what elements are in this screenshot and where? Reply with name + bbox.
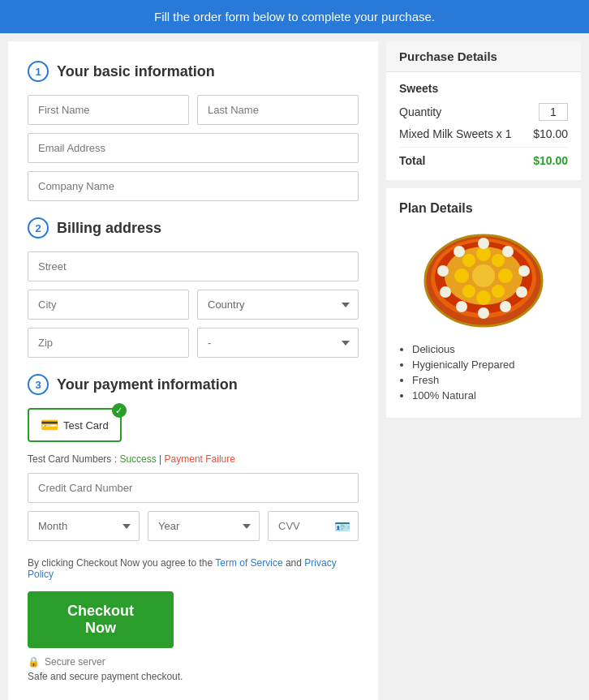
svg-point-13: [478, 238, 489, 249]
step1-title: Your basic information: [57, 63, 215, 80]
step2-title: Billing address: [57, 220, 161, 237]
step3-header: 3 Your payment information: [28, 374, 359, 395]
svg-point-21: [437, 265, 449, 277]
svg-point-6: [476, 290, 491, 305]
feature-item: 100% Natural: [412, 389, 568, 402]
svg-point-9: [462, 254, 475, 267]
svg-point-19: [456, 301, 467, 312]
step1-circle: 1: [28, 61, 49, 82]
item-label: Mixed Milk Sweets x 1: [399, 127, 511, 140]
purchase-details-card: Purchase Details Sweets Quantity 1 Mixed…: [386, 41, 581, 180]
checkout-button[interactable]: Checkout Now: [28, 591, 174, 648]
top-banner: Fill the order form below to complete yo…: [0, 0, 589, 33]
success-link[interactable]: Success: [119, 453, 156, 465]
step1-section: 1 Your basic information: [28, 61, 359, 201]
company-row: [28, 171, 359, 201]
step3-title: Your payment information: [57, 376, 238, 393]
plan-image-container: [399, 225, 568, 333]
right-panel: Purchase Details Sweets Quantity 1 Mixed…: [378, 33, 589, 700]
item-price: $10.00: [533, 127, 568, 140]
quantity-value[interactable]: 1: [539, 103, 568, 121]
step3-circle: 3: [28, 374, 49, 395]
quantity-label: Quantity: [399, 105, 441, 118]
zip-input[interactable]: [28, 328, 189, 358]
purchase-details-title: Purchase Details: [386, 41, 581, 72]
svg-point-15: [518, 265, 530, 277]
total-label: Total: [399, 154, 425, 167]
quantity-row: Quantity 1: [399, 103, 568, 121]
year-select[interactable]: Year 2024202520262027: [148, 511, 260, 541]
svg-point-7: [454, 268, 469, 283]
total-value: $10.00: [533, 154, 568, 167]
category-label: Sweets: [399, 82, 568, 95]
feature-item: Hygienically Prepared: [412, 359, 568, 371]
test-card-option[interactable]: 💳 Test Card ✓: [28, 408, 122, 442]
svg-point-4: [472, 264, 495, 287]
terms-prefix: By clicking Checkout Now you agree to th…: [28, 557, 215, 569]
svg-point-8: [498, 268, 513, 283]
step2-header: 2 Billing address: [28, 217, 359, 238]
plan-details-card: Plan Details: [386, 188, 581, 418]
last-name-input[interactable]: [197, 95, 359, 125]
lock-icon: 🔒: [28, 656, 40, 668]
month-select[interactable]: Month 01020304 05060708 09101112: [28, 511, 140, 541]
cvv-wrapper: 🪪: [268, 511, 359, 541]
total-row: Total $10.00: [399, 147, 568, 167]
cvv-card-icon: 🪪: [334, 518, 350, 534]
email-input[interactable]: [28, 133, 359, 163]
zip-state-row: -: [28, 328, 359, 358]
tos-link[interactable]: Term of Service: [215, 557, 282, 569]
terms-and: and: [286, 557, 304, 569]
svg-point-20: [440, 286, 451, 298]
test-card-info: Test Card Numbers : Success | Payment Fa…: [28, 453, 359, 465]
name-row: [28, 95, 359, 125]
city-input[interactable]: [28, 290, 189, 320]
banner-text: Fill the order form below to complete yo…: [154, 10, 435, 24]
plan-features: DeliciousHygienically PreparedFresh100% …: [399, 343, 568, 402]
step3-section: 3 Your payment information 💳 Test Card ✓…: [28, 374, 359, 541]
company-input[interactable]: [28, 171, 359, 201]
test-card-label: Test Card Numbers :: [28, 453, 117, 465]
street-row: [28, 251, 359, 281]
terms-section: By clicking Checkout Now you agree to th…: [28, 557, 359, 580]
svg-point-17: [500, 301, 511, 312]
svg-point-16: [516, 286, 527, 298]
svg-point-22: [454, 246, 465, 257]
checkout-form: 1 Your basic information 2 Billing addre…: [8, 41, 378, 700]
feature-item: Fresh: [412, 374, 568, 386]
state-select[interactable]: -: [197, 328, 359, 358]
plan-details-title: Plan Details: [399, 201, 568, 216]
card-label: Test Card: [63, 419, 109, 432]
feature-item: Delicious: [412, 343, 568, 355]
card-selected-check: ✓: [112, 403, 127, 418]
expiry-cvv-row: Month 01020304 05060708 09101112 Year 20…: [28, 511, 359, 541]
secure-label: Secure server: [45, 656, 105, 668]
step2-section: 2 Billing address Country -: [28, 217, 359, 358]
card-icon: 💳: [41, 416, 58, 434]
svg-point-14: [502, 246, 514, 257]
cc-number-input[interactable]: [28, 473, 359, 503]
email-row: [28, 133, 359, 163]
step1-header: 1 Your basic information: [28, 61, 359, 82]
svg-point-12: [492, 285, 505, 298]
svg-point-11: [462, 285, 475, 298]
svg-point-18: [478, 307, 489, 319]
plan-image: [419, 225, 548, 331]
first-name-input[interactable]: [28, 95, 189, 125]
street-input[interactable]: [28, 251, 359, 281]
svg-point-10: [492, 254, 505, 267]
safe-text: Safe and secure payment checkout.: [28, 671, 359, 682]
cc-number-row: [28, 473, 359, 503]
failure-link[interactable]: Payment Failure: [165, 453, 235, 465]
city-country-row: Country: [28, 290, 359, 320]
secure-server-row: 🔒 Secure server: [28, 656, 359, 668]
step2-circle: 2: [28, 217, 49, 238]
item-row: Mixed Milk Sweets x 1 $10.00: [399, 127, 568, 140]
country-select[interactable]: Country: [197, 290, 359, 320]
